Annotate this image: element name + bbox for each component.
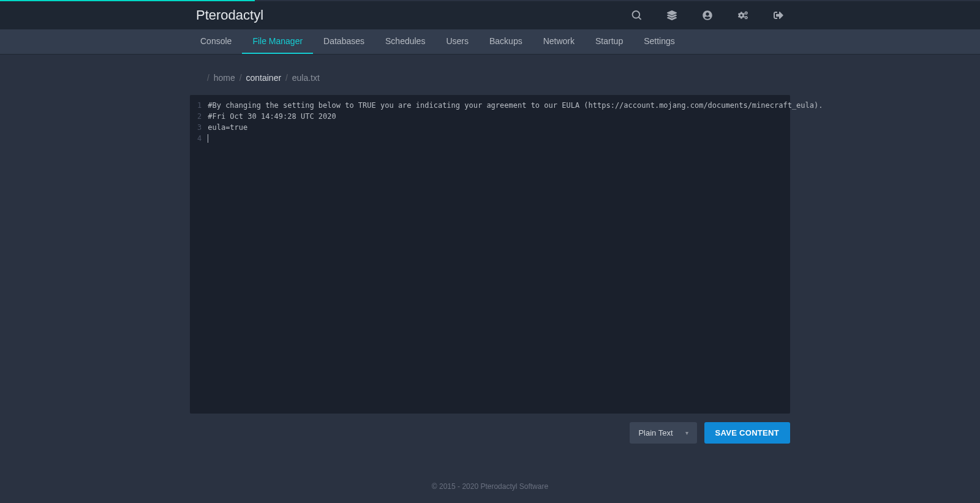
content-area: / home / container / eula.txt 1234 #By c… (184, 55, 796, 464)
tab-backups[interactable]: Backups (479, 29, 533, 54)
tab-network[interactable]: Network (533, 29, 585, 54)
tab-file-manager[interactable]: File Manager (242, 29, 313, 54)
breadcrumb-segment[interactable]: container (244, 73, 284, 83)
tab-settings[interactable]: Settings (633, 29, 685, 54)
syntax-mode-value: Plain Text (638, 428, 673, 437)
syntax-mode-select[interactable]: Plain Text ▾ (630, 422, 696, 444)
file-editor[interactable]: 1234 #By changing the setting below to T… (190, 95, 790, 414)
brand-title[interactable]: Pterodactyl (196, 7, 263, 23)
logout-icon[interactable] (773, 10, 784, 21)
tab-schedules[interactable]: Schedules (375, 29, 435, 54)
layers-icon[interactable] (666, 10, 677, 21)
breadcrumb-segment: eula.txt (290, 73, 320, 83)
footer-copyright: © 2015 - 2020 Pterodactyl Software (0, 464, 980, 503)
breadcrumb: / home / container / eula.txt (190, 73, 790, 83)
line-number: 3 (197, 122, 202, 133)
code-line[interactable] (208, 133, 823, 144)
line-number: 2 (197, 111, 202, 122)
search-icon[interactable] (631, 10, 642, 21)
tab-databases[interactable]: Databases (313, 29, 375, 54)
tab-console[interactable]: Console (190, 29, 242, 54)
text-cursor (208, 134, 208, 143)
breadcrumb-separator: / (207, 73, 209, 83)
code-content[interactable]: #By changing the setting below to TRUE y… (208, 100, 823, 414)
save-content-button[interactable]: SAVE CONTENT (704, 422, 790, 444)
top-header: Pterodactyl (0, 1, 980, 29)
subnav: ConsoleFile ManagerDatabasesSchedulesUse… (0, 29, 980, 55)
user-icon[interactable] (702, 10, 713, 21)
breadcrumb-separator: / (239, 73, 242, 83)
tab-startup[interactable]: Startup (585, 29, 633, 54)
line-number: 4 (197, 133, 202, 144)
breadcrumb-segment[interactable]: home (211, 73, 238, 83)
code-line[interactable]: eula=true (208, 122, 823, 133)
line-gutter: 1234 (190, 100, 208, 414)
code-line[interactable]: #By changing the setting below to TRUE y… (208, 100, 823, 111)
tab-users[interactable]: Users (435, 29, 479, 54)
breadcrumb-separator: / (285, 73, 288, 83)
chevron-down-icon: ▾ (685, 429, 688, 436)
admin-cogs-icon[interactable] (737, 10, 748, 21)
code-line[interactable]: #Fri Oct 30 14:49:28 UTC 2020 (208, 111, 823, 122)
line-number: 1 (197, 100, 202, 111)
